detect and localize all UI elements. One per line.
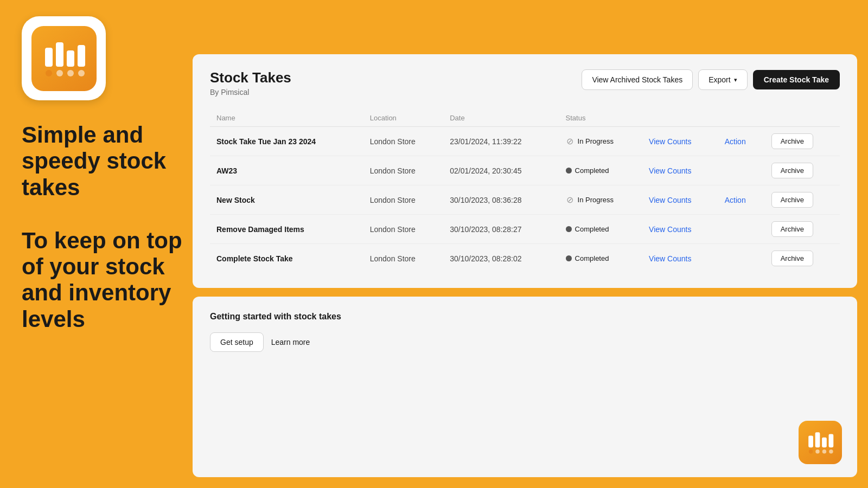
cell-location: London Store — [363, 244, 444, 273]
cell-view-counts[interactable]: View Counts — [642, 156, 718, 185]
view-counts-button[interactable]: View Counts — [649, 225, 691, 234]
status-label: Completed — [575, 254, 609, 262]
cell-location: London Store — [363, 185, 444, 215]
create-stock-take-button[interactable]: Create Stock Take — [753, 70, 840, 89]
cell-view-counts[interactable]: View Counts — [642, 185, 718, 215]
svg-rect-9 — [815, 432, 820, 447]
col-header-status: Status — [559, 110, 643, 127]
cell-location: London Store — [363, 127, 444, 156]
cell-date: 30/10/2023, 08:28:02 — [443, 244, 559, 273]
archive-button[interactable]: Archive — [771, 221, 813, 237]
cell-archive[interactable]: Archive — [765, 244, 840, 273]
col-header-actions2 — [718, 110, 765, 127]
svg-point-6 — [67, 70, 74, 76]
col-header-actions1 — [642, 110, 718, 127]
cell-status: ⊘ In Progress — [559, 127, 643, 156]
left-panel: Simple and speedy stock takes To keep on… — [22, 16, 184, 332]
cell-location: London Store — [363, 156, 444, 185]
cell-view-counts[interactable]: View Counts — [642, 215, 718, 244]
status-inprogress-icon: ⊘ — [566, 195, 575, 204]
table-row: Complete Stock Take London Store 30/10/2… — [210, 244, 840, 273]
svg-rect-11 — [829, 434, 834, 447]
cell-view-counts[interactable]: View Counts — [642, 244, 718, 273]
status-label: In Progress — [578, 137, 614, 145]
cell-date: 30/10/2023, 08:28:27 — [443, 215, 559, 244]
cell-date: 30/10/2023, 08:36:28 — [443, 185, 559, 215]
view-counts-button[interactable]: View Counts — [649, 254, 691, 263]
svg-rect-0 — [45, 48, 53, 67]
export-label: Export — [709, 75, 730, 84]
cell-name: Remove Damaged Items — [210, 215, 363, 244]
cell-archive[interactable]: Archive — [765, 215, 840, 244]
svg-rect-8 — [808, 436, 813, 448]
status-completed-icon — [566, 168, 572, 174]
status-badge: Completed — [566, 166, 609, 175]
getting-started-title: Getting started with stock takes — [210, 312, 840, 322]
bottom-card-logo — [799, 421, 842, 464]
svg-point-12 — [809, 450, 813, 453]
action-button[interactable]: Action — [725, 196, 746, 204]
view-archived-button[interactable]: View Archived Stock Takes — [582, 69, 693, 90]
svg-point-15 — [829, 450, 833, 453]
archive-button[interactable]: Archive — [771, 163, 813, 178]
table-row: Stock Take Tue Jan 23 2024 London Store … — [210, 127, 840, 156]
cell-action: Action — [718, 127, 765, 156]
table-header-row: Name Location Date Status — [210, 110, 840, 127]
getting-started-card: Getting started with stock takes Get set… — [193, 297, 857, 477]
cell-archive[interactable]: Archive — [765, 185, 840, 215]
stock-takes-card: Stock Takes By Pimsical View Archived St… — [193, 54, 857, 288]
svg-point-5 — [56, 70, 63, 76]
col-header-actions3 — [765, 110, 840, 127]
col-header-name: Name — [210, 110, 363, 127]
status-badge: ⊘ In Progress — [566, 195, 614, 204]
table-row: AW23 London Store 02/01/2024, 20:30:45 C… — [210, 156, 840, 185]
learn-more-button[interactable]: Learn more — [269, 333, 312, 351]
archive-button[interactable]: Archive — [771, 251, 813, 266]
col-header-location: Location — [363, 110, 444, 127]
hero-tagline-2: To keep on top of your stock and invento… — [22, 228, 184, 332]
export-button[interactable]: Export ▾ — [698, 69, 747, 90]
cell-action — [718, 215, 765, 244]
svg-rect-10 — [822, 438, 827, 448]
archive-button[interactable]: Archive — [771, 192, 813, 208]
svg-rect-2 — [67, 50, 74, 67]
hero-tagline-1: Simple and speedy stock takes — [22, 122, 184, 201]
status-badge: ⊘ In Progress — [566, 137, 614, 145]
table-row: Remove Damaged Items London Store 30/10/… — [210, 215, 840, 244]
page-title: Stock Takes — [210, 69, 291, 86]
view-counts-button[interactable]: View Counts — [649, 196, 691, 204]
status-label: Completed — [575, 225, 609, 233]
table-row: New Stock London Store 30/10/2023, 08:36… — [210, 185, 840, 215]
view-counts-button[interactable]: View Counts — [649, 166, 691, 175]
svg-point-4 — [46, 70, 52, 76]
page-title-block: Stock Takes By Pimsical — [210, 69, 291, 97]
col-header-date: Date — [443, 110, 559, 127]
status-label: In Progress — [578, 196, 614, 204]
action-button[interactable]: Action — [725, 137, 746, 146]
cell-action — [718, 244, 765, 273]
cell-name: Stock Take Tue Jan 23 2024 — [210, 127, 363, 156]
page-subtitle: By Pimsical — [210, 88, 291, 97]
status-completed-icon — [566, 226, 572, 232]
cell-archive[interactable]: Archive — [765, 127, 840, 156]
cell-name: AW23 — [210, 156, 363, 185]
svg-point-14 — [822, 450, 826, 453]
svg-point-7 — [78, 70, 85, 76]
cell-date: 02/01/2024, 20:30:45 — [443, 156, 559, 185]
status-inprogress-icon: ⊘ — [566, 137, 575, 145]
status-badge: Completed — [566, 225, 609, 233]
cell-view-counts[interactable]: View Counts — [642, 127, 718, 156]
cell-archive[interactable]: Archive — [765, 156, 840, 185]
chevron-down-icon: ▾ — [734, 76, 737, 84]
cell-status: ⊘ In Progress — [559, 185, 643, 215]
card-header: Stock Takes By Pimsical View Archived St… — [210, 69, 840, 97]
cell-action: Action — [718, 185, 765, 215]
view-counts-button[interactable]: View Counts — [649, 137, 691, 146]
svg-rect-1 — [56, 42, 63, 67]
getting-started-actions: Get setup Learn more — [210, 332, 840, 352]
status-label: Completed — [575, 166, 609, 175]
get-setup-button[interactable]: Get setup — [210, 332, 264, 352]
cell-name: New Stock — [210, 185, 363, 215]
archive-button[interactable]: Archive — [771, 133, 813, 149]
cell-status: Completed — [559, 215, 643, 244]
